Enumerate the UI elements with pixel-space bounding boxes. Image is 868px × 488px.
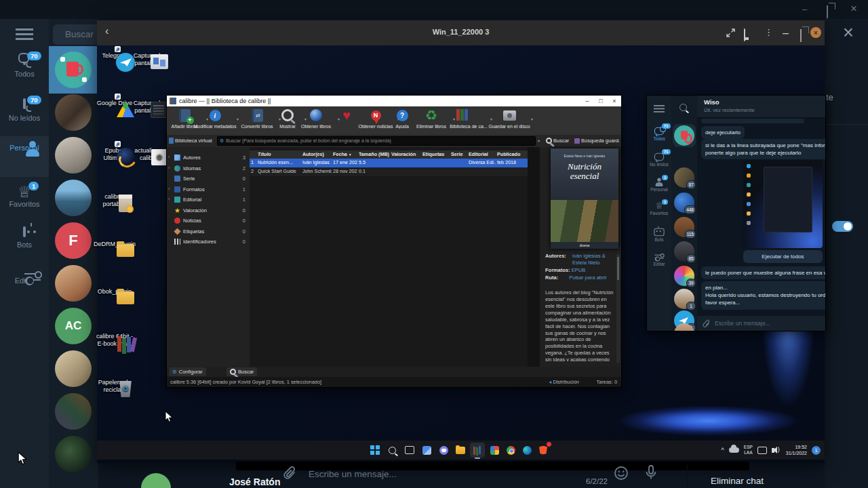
chat-avatar[interactable]: AC: [55, 308, 92, 344]
inner-folder-editar[interactable]: Editar: [647, 251, 671, 266]
path-link[interactable]: Pulsar para abrir: [569, 274, 606, 281]
chat-avatar[interactable]: [55, 94, 92, 131]
taskbar-search[interactable]: [384, 443, 399, 458]
desktop-icon-recycle-bin[interactable]: ♻ Papelera de reciclaje: [93, 379, 136, 393]
language-indicator[interactable]: ESPLAA: [744, 445, 753, 455]
distribution-item[interactable]: ◂ Distribución: [549, 377, 579, 387]
inner-folder-favoritos[interactable]: ♕ 1 Favoritos: [647, 201, 671, 216]
chat-avatar[interactable]: F: [55, 222, 92, 259]
remote-minimize-button[interactable]: –: [783, 27, 789, 39]
kebab-menu-icon[interactable]: ⋮: [764, 27, 773, 37]
desktop-icon-calibre-portable[interactable]: calibre-portabl...: [93, 193, 136, 207]
footer-search-button[interactable]: Buscar: [226, 367, 257, 376]
notification-count-badge[interactable]: 1: [812, 446, 821, 455]
folder-editar[interactable]: Editar: [0, 271, 49, 285]
file-explorer[interactable]: [453, 443, 468, 458]
book-row[interactable]: 2 Quick Start Guide John Schember 28 nov…: [250, 167, 528, 176]
inner-chat-avatar[interactable]: 85: [674, 241, 694, 262]
inner-chat-header[interactable]: Wiso Últ. vez recientemente: [697, 96, 825, 118]
configure-button[interactable]: ⚙ Configurar: [169, 367, 206, 376]
category-formatos[interactable]: ›Formatos1: [167, 184, 250, 195]
category-etiquetas[interactable]: Etiquetas0: [167, 226, 250, 237]
outer-minimize-button[interactable]: –: [802, 4, 807, 14]
search-dropdown[interactable]: ▾: [538, 136, 540, 145]
tray-clock[interactable]: 19:52 31/1/2022: [786, 444, 807, 457]
taskbar-pinned-app[interactable]: [487, 443, 502, 458]
taskbar-calibre[interactable]: [470, 443, 485, 458]
col-editorial[interactable]: Editorial: [467, 150, 496, 159]
toggle-switch[interactable]: [832, 221, 853, 232]
calibre-maximize-button[interactable]: □: [594, 96, 608, 106]
folder-todos[interactable]: 70 Todos: [0, 56, 49, 78]
start-button[interactable]: [368, 443, 382, 458]
outer-close-button[interactable]: ×: [850, 2, 857, 16]
category-identificadores[interactable]: Identificadores0: [167, 237, 250, 247]
remote-restore-button[interactable]: [800, 29, 802, 42]
inner-composer[interactable]: Escribe un mensaje...: [697, 316, 825, 331]
message-bubble[interactable]: le puedo poner que muestre alguna frase …: [701, 266, 826, 279]
saved-search-button[interactable]: Búsqueda guardada: [574, 136, 619, 145]
tasks-counter[interactable]: Tareas: 0: [597, 377, 617, 387]
inner-folder-personal[interactable]: 1 Personal: [647, 177, 671, 192]
chat-avatar[interactable]: [55, 350, 92, 387]
chat-list-avatar[interactable]: [141, 473, 171, 488]
widgets[interactable]: [419, 443, 434, 458]
folder-personal[interactable]: Personal: [0, 141, 49, 152]
inner-chat-avatar[interactable]: 1: [674, 289, 694, 309]
category-serie[interactable]: Serie0: [167, 174, 250, 184]
list-scroll-gap[interactable]: [528, 147, 540, 367]
book-list-header[interactable]: Título Autor(es) Fecha ▼ Tamaño (MB) Val…: [250, 150, 528, 159]
category-idiomas[interactable]: ›Idiomas2: [167, 163, 250, 174]
context-menu-item[interactable]: Eliminar chat: [711, 476, 764, 486]
onedrive-icon[interactable]: [729, 447, 739, 453]
message-image-thumbnail[interactable]: [743, 160, 823, 248]
taskbar-browser[interactable]: [536, 443, 551, 458]
taskbar-chrome[interactable]: [503, 443, 518, 458]
formats-value[interactable]: EPUB: [572, 267, 585, 273]
menu-icon[interactable]: [654, 105, 665, 113]
virtual-library-button[interactable]: Biblioteca virtual: [169, 136, 212, 145]
taskbar-chat[interactable]: [436, 443, 451, 458]
toolbar-save-to-disk[interactable]: Guardar en el disco▾: [488, 107, 531, 134]
category-editorial[interactable]: ›Editorial1: [167, 195, 250, 205]
desktop-icon-captura-1[interactable]: Captura de pantalla ...: [127, 52, 170, 66]
desktop-icon-dedrm[interactable]: DeDRM_Plugin: [93, 241, 136, 248]
desktop-icon-actualizar[interactable]: ⚙ actualizar-calib...: [127, 147, 170, 161]
inner-chat-avatar[interactable]: 87: [674, 167, 694, 188]
emoji-icon[interactable]: [614, 466, 629, 481]
col-autores[interactable]: Autor(es): [301, 150, 332, 159]
chat-avatar[interactable]: [55, 393, 92, 430]
search-icon[interactable]: [679, 104, 687, 111]
inner-folder-todos[interactable]: 71 Todos: [647, 125, 671, 141]
panel-close-button[interactable]: ×: [843, 22, 854, 43]
folder-favoritos[interactable]: ♕ 1 Favoritos: [0, 184, 49, 208]
col-etiquetas[interactable]: Etiquetas: [421, 150, 450, 159]
folder-bots[interactable]: Bots: [0, 228, 49, 249]
message-bubble[interactable]: si le das a la linea subrayada que pone …: [701, 139, 826, 159]
menu-icon[interactable]: [16, 28, 33, 40]
message-bubble[interactable]: deje ejecutarlo: [701, 126, 745, 139]
col-publicado[interactable]: Publicado: [496, 150, 528, 159]
calibre-titlebar[interactable]: calibre — || Biblioteca de calibre || – …: [167, 96, 621, 106]
chat-list-name[interactable]: José Ratón: [229, 476, 280, 487]
message-bubble[interactable]: en plan... Hola querido usuario, estamos…: [701, 281, 826, 310]
toolbar-edit-metadata[interactable]: i Modificar metadatos▾: [193, 107, 237, 134]
outer-maximize-button[interactable]: [827, 6, 828, 18]
inner-folder-bots[interactable]: Bots: [647, 227, 671, 242]
col-serie[interactable]: Serie: [450, 150, 467, 159]
message-bubble-clipped[interactable]: [701, 119, 804, 123]
inner-chat-avatar[interactable]: 448: [674, 192, 694, 213]
desktop-icon-obok[interactable]: Obok_plugin: [93, 288, 136, 296]
calibre-search-input[interactable]: ⚙Buscar (Para búsqueda avanzada, pulse e…: [217, 136, 536, 146]
inner-chat-avatar[interactable]: 115: [674, 217, 694, 237]
screenshot-icon[interactable]: [744, 28, 745, 41]
microphone-icon[interactable]: [644, 465, 658, 481]
composer-placeholder[interactable]: Escribe un mensaje...: [309, 469, 397, 479]
folder-no-leidos[interactable]: 70 No leídos: [0, 100, 49, 122]
chat-avatar[interactable]: [55, 265, 92, 302]
volume-icon[interactable]: [772, 448, 774, 453]
col-titulo[interactable]: Título: [256, 150, 301, 159]
chat-avatar[interactable]: [55, 436, 92, 472]
chat-avatar-mug[interactable]: [55, 52, 92, 88]
remote-close-button[interactable]: ×: [810, 27, 821, 38]
